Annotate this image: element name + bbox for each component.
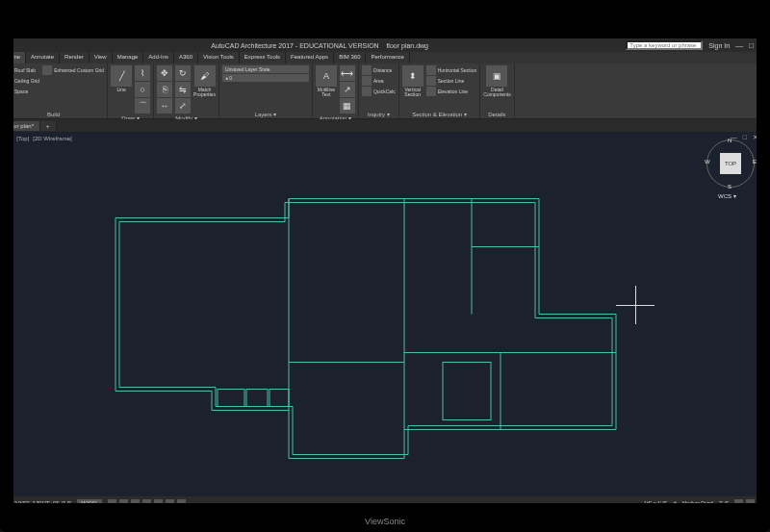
viewcube-n[interactable]: N xyxy=(728,138,732,143)
help-search-input[interactable] xyxy=(626,40,703,50)
start-button[interactable]: ⊞ xyxy=(4,515,17,528)
section-line-button[interactable]: Section Line xyxy=(426,76,477,86)
polar-toggle[interactable] xyxy=(142,499,151,508)
tab-annotate[interactable]: Annotate xyxy=(26,52,60,63)
autocad-icon[interactable]: A xyxy=(256,515,270,528)
viewcube-w[interactable]: W xyxy=(705,159,710,165)
roof-slab-icon xyxy=(3,65,13,75)
maximize-button[interactable]: □ xyxy=(749,41,754,50)
rotate-icon[interactable]: ↻ xyxy=(175,65,191,81)
detail-components-button[interactable]: ▣Detail Components xyxy=(483,65,510,97)
close-button[interactable]: ✕ xyxy=(759,41,766,50)
drawing-canvas[interactable]: — □ ✕ [-] [Top] [2D Wireframe] xyxy=(0,132,770,496)
statusbar: 581'-2 9/32", 2.3017E+03', 0'-0" MODEL 1… xyxy=(0,496,770,510)
roof-slab-button[interactable]: Roof Slab xyxy=(3,65,39,75)
polyline-icon[interactable]: ⌇ xyxy=(135,65,150,81)
distance-button[interactable]: Distance xyxy=(362,65,396,75)
lineweight-toggle[interactable] xyxy=(177,499,186,508)
tab-featured-apps[interactable]: Featured Apps xyxy=(286,52,334,63)
snap-toggle[interactable] xyxy=(119,499,128,508)
ribbon-tabs: Home Annotate Render View Manage Add-Ins… xyxy=(0,52,770,63)
panel-section: ⬍Vertical Section Horizontal Section Sec… xyxy=(399,63,481,118)
scale-icon[interactable]: ⤢ xyxy=(175,98,191,114)
tray-up-icon[interactable]: ˄ xyxy=(706,519,709,525)
signin-button[interactable]: Sign In xyxy=(708,42,730,49)
line-button[interactable]: ╱Line xyxy=(111,65,132,92)
tab-view[interactable]: View xyxy=(90,52,113,63)
tab-bim360[interactable]: BIM 360 xyxy=(334,52,366,63)
hardware-accel-toggle[interactable] xyxy=(746,499,755,508)
mtext-button[interactable]: AMultiline Text xyxy=(316,65,337,97)
notifications-icon[interactable]: 💬 xyxy=(759,519,766,525)
new-tab-button[interactable]: + xyxy=(40,121,57,131)
titlebar: AutoCAD Architecture 2017 - EDUCATIONAL … xyxy=(0,38,770,52)
match-properties-button[interactable]: 🖌Match Properties xyxy=(193,65,216,97)
area-button[interactable]: Area xyxy=(362,76,396,86)
chrome-icon[interactable]: ◉ xyxy=(223,515,237,528)
circle-icon[interactable]: ○ xyxy=(135,82,150,97)
clean-screen-toggle[interactable] xyxy=(757,499,766,508)
powerpoint-icon[interactable]: P xyxy=(240,515,253,528)
model-space-button[interactable]: MODEL xyxy=(77,499,102,507)
hsection-button[interactable]: Horizontal Section xyxy=(426,65,477,75)
gear-icon[interactable]: ⚙ xyxy=(673,500,677,506)
clock-date[interactable]: 3/12/2018 xyxy=(731,521,757,527)
svg-rect-6 xyxy=(443,363,491,420)
tab-performance[interactable]: Performance xyxy=(366,52,409,63)
copy-icon[interactable]: ⎘ xyxy=(157,82,172,97)
annotation-scale[interactable]: 1/4" = 1'-0" xyxy=(644,500,667,506)
ortho-toggle[interactable] xyxy=(131,499,140,508)
tab-home[interactable]: Home xyxy=(0,52,26,63)
enhanced-grid-button[interactable]: Enhanced Custom Grid xyxy=(42,65,104,75)
mirror-icon[interactable]: ⇋ xyxy=(175,82,191,97)
taskbar-search-input[interactable] xyxy=(20,515,155,528)
arc-icon[interactable]: ⌒ xyxy=(135,98,150,114)
ceiling-grid-button[interactable]: Ceiling Grid xyxy=(3,76,39,86)
quickcalc-button[interactable]: QuickCalc xyxy=(362,87,396,96)
file-tab[interactable]: Floor plan* xyxy=(0,121,40,131)
app-title: AutoCAD Architecture 2017 - EDUCATIONAL … xyxy=(211,42,378,49)
cortana-icon[interactable]: ○ xyxy=(158,515,171,528)
panel-details: ▣Detail Components Details xyxy=(480,63,514,118)
tab-vision-tools[interactable]: Vision Tools xyxy=(198,52,240,63)
crosshair-cursor xyxy=(616,286,654,324)
wcs-dropdown[interactable]: WCS ▾ xyxy=(718,192,736,199)
app-menu-icon[interactable] xyxy=(4,40,13,50)
explorer-icon[interactable]: 📁 xyxy=(207,515,220,528)
edge-icon[interactable]: e xyxy=(191,515,204,528)
tab-manage[interactable]: Manage xyxy=(113,52,144,63)
stretch-icon[interactable]: ↔ xyxy=(157,98,172,114)
panel-annotation: AMultiline Text ⟷↗▦ Annotation ▾ xyxy=(313,63,359,118)
layer-state-dropdown[interactable]: Unsaved Layer State xyxy=(222,65,309,73)
otrack-toggle[interactable] xyxy=(166,499,174,508)
minimize-button[interactable]: — xyxy=(735,41,743,50)
viewcube-e[interactable]: E xyxy=(753,159,757,165)
layer-dropdown[interactable]: ● 0 xyxy=(222,74,309,82)
space-button[interactable]: Space xyxy=(3,87,39,96)
svg-rect-8 xyxy=(218,390,244,407)
area-icon xyxy=(362,76,372,86)
table-icon[interactable]: ▦ xyxy=(340,98,355,114)
isolate-toggle[interactable] xyxy=(734,499,743,508)
dimension-icon[interactable]: ⟷ xyxy=(340,65,355,81)
vertical-section-button[interactable]: ⬍Vertical Section xyxy=(402,65,424,97)
network-icon[interactable]: 🖧 xyxy=(712,519,718,524)
tab-render[interactable]: Render xyxy=(60,52,90,63)
move-icon[interactable]: ✥ xyxy=(157,65,172,81)
leader-icon[interactable]: ↗ xyxy=(340,82,355,97)
tab-express-tools[interactable]: Express Tools xyxy=(240,52,286,63)
tab-a360[interactable]: A360 xyxy=(174,52,198,63)
volume-icon[interactable]: 🔊 xyxy=(721,519,728,525)
osnap-toggle[interactable] xyxy=(154,499,163,508)
file-name: floor plan.dwg xyxy=(386,42,428,49)
grid-toggle[interactable] xyxy=(108,499,116,508)
floorplan-drawing xyxy=(0,132,770,496)
detail-level-dropdown[interactable]: Medium Detail xyxy=(682,500,713,506)
panel-inquiry: Distance Area QuickCalc Inquiry ▾ xyxy=(359,63,399,118)
elevation-line-button[interactable]: Elevation Line xyxy=(426,87,477,96)
tab-addins[interactable]: Add-Ins xyxy=(143,52,174,63)
task-view-icon[interactable]: ☰ xyxy=(174,515,188,528)
viewcube[interactable]: TOP N S E W WCS ▾ xyxy=(706,139,755,188)
match-icon: 🖌 xyxy=(194,65,216,87)
viewcube-s[interactable]: S xyxy=(728,184,732,190)
